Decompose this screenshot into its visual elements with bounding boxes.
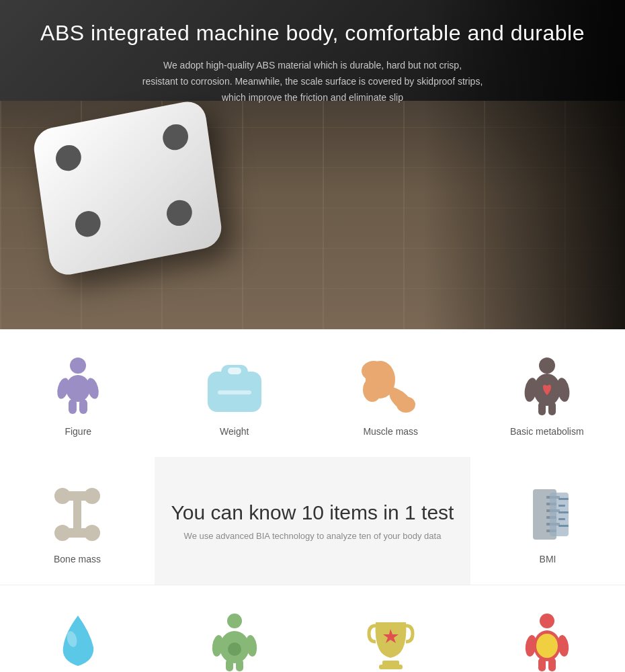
visceral-fat-icon: [208, 612, 261, 672]
scale-electrode: [54, 143, 83, 173]
hero-text-block: ABS integrated machine body, comfortable…: [0, 0, 625, 106]
svg-rect-26: [73, 495, 81, 534]
feature-figure: Figure: [0, 329, 157, 457]
fat-rate-icon: [520, 612, 574, 672]
svg-rect-57: [548, 658, 556, 671]
svg-rect-5: [79, 399, 87, 414]
scale-device: [40, 114, 228, 276]
svg-point-1: [66, 375, 90, 402]
metabolism-icon-area: [513, 356, 581, 417]
hero-section: ABS integrated machine body, comfortable…: [0, 0, 625, 329]
features-row-3: Water Visceral fat level: [0, 585, 625, 672]
center-text-block: You can know 10 items in 1 test We use a…: [155, 457, 470, 585]
figure-label: Figure: [65, 426, 91, 437]
water-drop-icon: [53, 612, 103, 672]
muscle-icon-area: [357, 356, 424, 417]
water-icon-area: [44, 612, 112, 672]
bone-icon: [50, 486, 104, 543]
scale-electrode: [161, 122, 190, 153]
feature-bmi: BMI: [470, 457, 625, 585]
svg-rect-18: [538, 402, 546, 415]
hero-title: ABS integrated machine body, comfortable…: [0, 20, 625, 46]
body-score-icon: [366, 612, 416, 672]
svg-rect-9: [218, 390, 251, 394]
svg-rect-19: [548, 402, 556, 415]
svg-rect-37: [558, 511, 569, 513]
svg-point-0: [70, 358, 86, 374]
bone-mass-label: Bone mass: [54, 554, 101, 564]
muscle-icon: [360, 356, 421, 417]
bone-icon-area: [44, 484, 111, 544]
feature-basic-metabolism: Basic metabolism: [469, 329, 626, 457]
feature-visceral-fat: Visceral fat level: [157, 585, 313, 672]
body-score-icon-area: [357, 612, 424, 672]
visceral-icon-area: [201, 612, 268, 672]
svg-point-13: [363, 378, 382, 402]
svg-rect-46: [226, 659, 233, 671]
feature-muscle-mass: Muscle mass: [312, 329, 469, 457]
bmi-label: BMI: [540, 554, 556, 564]
scale-electrode: [165, 198, 194, 228]
muscle-mass-label: Muscle mass: [363, 426, 418, 437]
figure-icon: [51, 356, 105, 417]
feature-fat-rate: Fat rate: [469, 585, 626, 672]
weight-label: Weight: [220, 426, 249, 437]
svg-rect-38: [558, 518, 565, 520]
figure-icon-area: [44, 356, 112, 417]
svg-rect-47: [236, 659, 243, 671]
center-subtitle: We use advanced BIA technology to analyz…: [184, 531, 442, 541]
bmi-icon-area: [514, 484, 581, 544]
svg-point-43: [228, 642, 241, 656]
feature-body-score: Body score: [312, 585, 469, 672]
feature-weight: Weight: [157, 329, 313, 457]
fat-rate-icon-area: [513, 612, 581, 672]
center-title: You can know 10 items in 1 test: [171, 501, 454, 524]
svg-rect-49: [379, 665, 403, 669]
bmi-icon: [523, 486, 573, 543]
svg-point-41: [227, 614, 242, 628]
scale-body: [32, 98, 224, 278]
metabolism-label: Basic metabolism: [510, 426, 584, 437]
svg-point-14: [539, 358, 555, 374]
scale-electrode: [74, 209, 103, 239]
svg-point-53: [536, 634, 558, 658]
svg-point-12: [397, 396, 415, 413]
svg-rect-56: [538, 658, 546, 671]
features-row-1: Figure Weight: [0, 329, 625, 457]
svg-rect-35: [558, 498, 569, 500]
svg-point-51: [540, 614, 554, 628]
feature-water: Water: [0, 585, 157, 672]
feature-bone-mass: Bone mass: [0, 457, 155, 585]
features-middle-row: Bone mass You can know 10 items in 1 tes…: [0, 457, 625, 585]
svg-rect-8: [228, 368, 241, 374]
svg-rect-4: [69, 399, 77, 414]
svg-rect-36: [558, 505, 565, 507]
svg-rect-39: [558, 525, 569, 527]
hero-subtitle: We adopt high-quality ABS material which…: [0, 58, 625, 106]
weight-icon: [204, 358, 265, 415]
metabolism-icon: [520, 356, 574, 417]
weight-icon-area: [201, 356, 268, 417]
